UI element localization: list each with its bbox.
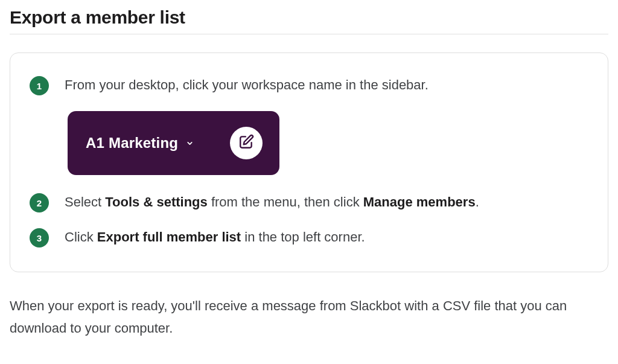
footer-paragraph: When your export is ready, you'll receiv… bbox=[10, 295, 608, 339]
step-3-text: Click Export full member list in the top… bbox=[65, 227, 588, 247]
text-bold: Tools & settings bbox=[105, 194, 208, 209]
workspace-name-group: A1 Marketing bbox=[86, 135, 194, 152]
text-segment: Click bbox=[65, 229, 97, 244]
text-segment: . bbox=[476, 194, 479, 209]
page-title: Export a member list bbox=[10, 7, 608, 28]
text-segment: from the menu, then click bbox=[208, 194, 363, 209]
workspace-illustration: A1 Marketing bbox=[68, 111, 588, 175]
steps-card: 1 From your desktop, click your workspac… bbox=[10, 53, 608, 272]
workspace-chip[interactable]: A1 Marketing bbox=[68, 111, 279, 175]
step-number-badge: 1 bbox=[30, 76, 49, 95]
step-number-badge: 3 bbox=[30, 228, 49, 247]
text-segment: in the top left corner. bbox=[241, 229, 365, 244]
step-number-badge: 2 bbox=[30, 193, 49, 212]
step-2: 2 Select Tools & settings from the menu,… bbox=[30, 192, 588, 212]
text-bold: Manage members bbox=[363, 194, 476, 209]
step-2-text: Select Tools & settings from the menu, t… bbox=[65, 192, 588, 212]
compose-button[interactable] bbox=[230, 127, 263, 159]
workspace-name-label: A1 Marketing bbox=[86, 135, 178, 152]
step-1-text: From your desktop, click your workspace … bbox=[65, 75, 588, 95]
compose-icon bbox=[238, 134, 254, 152]
title-divider bbox=[10, 34, 608, 34]
text-bold: Export full member list bbox=[97, 229, 241, 244]
text-segment: Select bbox=[65, 194, 105, 209]
chevron-down-icon bbox=[185, 139, 194, 147]
step-1: 1 From your desktop, click your workspac… bbox=[30, 75, 588, 95]
step-3: 3 Click Export full member list in the t… bbox=[30, 227, 588, 247]
